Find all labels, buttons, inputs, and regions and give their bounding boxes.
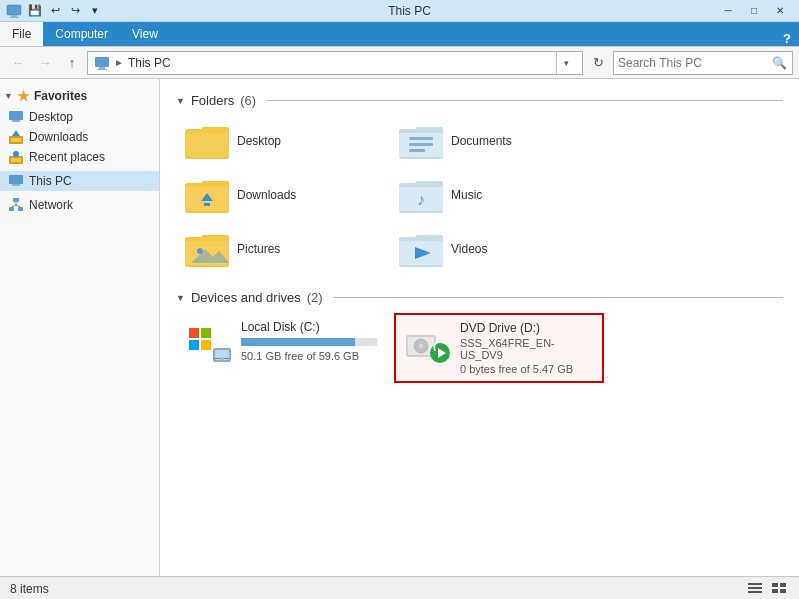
svg-rect-53 bbox=[748, 587, 762, 589]
favorites-header[interactable]: ▼ ★ Favorites bbox=[0, 85, 159, 107]
sidebar-item-recent[interactable]: Recent places bbox=[0, 147, 159, 167]
local-disk-free: 50.1 GB free of 59.6 GB bbox=[241, 350, 377, 362]
favorites-label: Favorites bbox=[34, 89, 87, 103]
favorites-arrow: ▼ bbox=[4, 91, 13, 101]
qat-save-button[interactable]: 💾 bbox=[26, 2, 44, 20]
app-icon bbox=[6, 3, 22, 19]
back-button[interactable]: ← bbox=[6, 51, 30, 75]
minimize-button[interactable]: ─ bbox=[715, 2, 741, 20]
folders-grid: Desktop Documents bbox=[176, 116, 783, 274]
tab-view[interactable]: View bbox=[120, 22, 170, 46]
svg-line-21 bbox=[16, 205, 21, 207]
svg-marker-10 bbox=[12, 130, 20, 136]
refresh-button[interactable]: ↻ bbox=[586, 51, 610, 75]
svg-rect-39 bbox=[189, 340, 199, 350]
search-button[interactable]: 🔍 bbox=[770, 53, 788, 73]
folder-item-videos[interactable]: Videos bbox=[390, 224, 600, 274]
svg-line-20 bbox=[12, 205, 17, 207]
qat-redo-button[interactable]: ↪ bbox=[66, 2, 84, 20]
folder-item-pictures[interactable]: Pictures bbox=[176, 224, 386, 274]
svg-rect-37 bbox=[189, 328, 199, 338]
drive-item-c[interactable]: Local Disk (C:) 50.1 GB free of 59.6 GB bbox=[176, 313, 386, 383]
main-area: ▼ ★ Favorites Desktop Downloads bbox=[0, 79, 799, 576]
item-count: 8 items bbox=[10, 582, 49, 596]
sidebar-item-downloads[interactable]: Downloads bbox=[0, 127, 159, 147]
forward-button[interactable]: → bbox=[33, 51, 57, 75]
folder-item-music[interactable]: ♪ Music bbox=[390, 170, 600, 220]
favorites-section: ▼ ★ Favorites Desktop Downloads bbox=[0, 85, 159, 167]
up-button[interactable]: ↑ bbox=[60, 51, 84, 75]
svg-rect-52 bbox=[748, 583, 762, 585]
recent-places-icon bbox=[8, 149, 24, 165]
folders-arrow: ▼ bbox=[176, 96, 185, 106]
devices-count: (2) bbox=[307, 290, 323, 305]
address-path[interactable]: ► This PC ▾ bbox=[87, 51, 583, 75]
window-controls: ─ □ ✕ bbox=[715, 2, 793, 20]
network-section: Network bbox=[0, 195, 159, 215]
ribbon: File Computer View ? bbox=[0, 22, 799, 47]
devices-label: Devices and drives bbox=[191, 290, 301, 305]
help-button[interactable]: ? bbox=[775, 31, 799, 46]
svg-rect-40 bbox=[201, 340, 211, 350]
svg-text:♪: ♪ bbox=[417, 191, 425, 208]
sidebar-downloads-label: Downloads bbox=[29, 130, 88, 144]
svg-rect-12 bbox=[11, 158, 21, 162]
svg-rect-26 bbox=[409, 149, 425, 152]
tab-computer[interactable]: Computer bbox=[43, 22, 120, 46]
path-dropdown-button[interactable]: ▾ bbox=[556, 52, 576, 74]
local-disk-info: Local Disk (C:) 50.1 GB free of 59.6 GB bbox=[241, 320, 377, 362]
svg-rect-1 bbox=[11, 15, 17, 17]
folder-desktop-label: Desktop bbox=[237, 134, 281, 148]
svg-rect-58 bbox=[780, 589, 786, 593]
sidebar-desktop-label: Desktop bbox=[29, 110, 73, 124]
folders-divider bbox=[266, 100, 783, 101]
devices-arrow: ▼ bbox=[176, 293, 185, 303]
tab-file[interactable]: File bbox=[0, 22, 43, 46]
svg-rect-38 bbox=[201, 328, 211, 338]
sidebar: ▼ ★ Favorites Desktop Downloads bbox=[0, 79, 160, 576]
svg-point-13 bbox=[13, 151, 19, 157]
dvd-drive-subname: SSS_X64FRE_EN-US_DV9 bbox=[460, 337, 594, 361]
folder-item-downloads[interactable]: Downloads bbox=[176, 170, 386, 220]
network-icon bbox=[8, 197, 24, 213]
svg-rect-3 bbox=[95, 57, 109, 67]
svg-rect-7 bbox=[12, 120, 20, 122]
address-bar: ← → ↑ ► This PC ▾ ↻ 🔍 bbox=[0, 47, 799, 79]
svg-rect-55 bbox=[772, 583, 778, 587]
svg-point-44 bbox=[220, 357, 224, 361]
folders-label: Folders bbox=[191, 93, 234, 108]
folder-documents-icon bbox=[397, 121, 445, 161]
desktop-icon bbox=[8, 109, 24, 125]
qat-dropdown-button[interactable]: ▾ bbox=[86, 2, 104, 20]
detail-view-button[interactable] bbox=[769, 579, 789, 599]
svg-rect-9 bbox=[11, 138, 21, 142]
status-bar: 8 items bbox=[0, 576, 799, 599]
close-button[interactable]: ✕ bbox=[767, 2, 793, 20]
window-title: This PC bbox=[104, 4, 715, 18]
sidebar-item-network[interactable]: Network bbox=[0, 195, 159, 215]
folder-item-documents[interactable]: Documents bbox=[390, 116, 600, 166]
sidebar-item-this-pc[interactable]: This PC bbox=[0, 171, 159, 191]
list-view-button[interactable] bbox=[745, 579, 765, 599]
qat-undo-button[interactable]: ↩ bbox=[46, 2, 64, 20]
title-bar: 💾 ↩ ↪ ▾ This PC ─ □ ✕ bbox=[0, 0, 799, 22]
sidebar-item-desktop[interactable]: Desktop bbox=[0, 107, 159, 127]
svg-rect-15 bbox=[12, 184, 20, 186]
folder-item-desktop[interactable]: Desktop bbox=[176, 116, 386, 166]
folders-section-header: ▼ Folders (6) bbox=[176, 93, 783, 108]
this-pc-icon bbox=[8, 173, 24, 189]
folder-videos-icon bbox=[397, 229, 445, 269]
folders-count: (6) bbox=[240, 93, 256, 108]
local-disk-progress-bar-bg bbox=[241, 338, 377, 346]
sidebar-this-pc-label: This PC bbox=[29, 174, 72, 188]
svg-rect-54 bbox=[748, 591, 762, 593]
folder-downloads-label: Downloads bbox=[237, 188, 296, 202]
folder-desktop-icon bbox=[183, 121, 231, 161]
ribbon-tabs: File Computer View ? bbox=[0, 22, 799, 46]
path-computer-icon bbox=[94, 55, 110, 71]
maximize-button[interactable]: □ bbox=[741, 2, 767, 20]
drive-item-d[interactable]: DVD Drive (D:) SSS_X64FRE_EN-US_DV9 0 by… bbox=[394, 313, 604, 383]
title-bar-left: 💾 ↩ ↪ ▾ bbox=[6, 2, 104, 20]
folder-pictures-icon bbox=[183, 229, 231, 269]
search-input[interactable] bbox=[618, 56, 768, 70]
